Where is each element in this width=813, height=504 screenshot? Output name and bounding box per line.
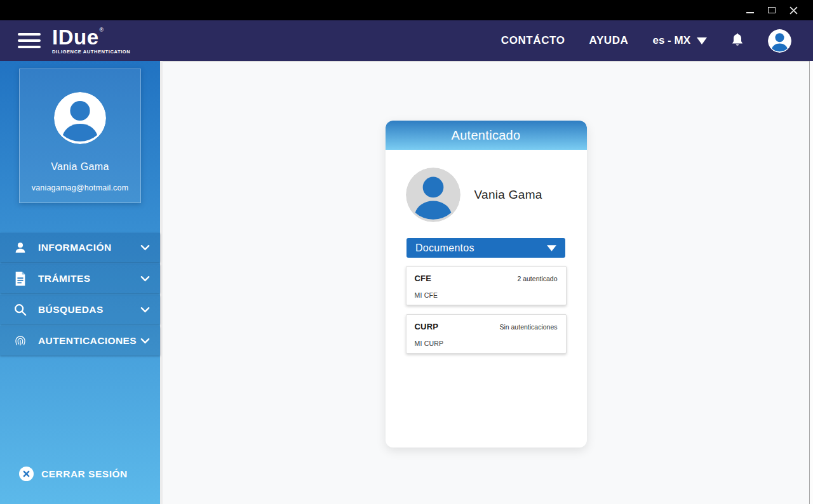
chevron-down-icon	[140, 338, 150, 344]
user-avatar-icon	[406, 168, 460, 222]
document-name: MI CFE	[415, 291, 558, 299]
user-avatar-icon	[54, 92, 106, 144]
logout-button[interactable]: CERRAR SESIÓN	[19, 467, 128, 481]
document-code: CFE	[415, 274, 432, 283]
chevron-down-icon	[140, 244, 150, 251]
sidebar-item-label: AUTENTICACIONES	[38, 335, 137, 347]
language-selector[interactable]: es - MX	[652, 34, 707, 47]
fingerprint-icon	[13, 334, 28, 348]
main-content: Autenticado Vania Gama Documentos	[163, 61, 809, 504]
documents-dropdown-label: Documentos	[415, 242, 474, 254]
document-code: CURP	[415, 322, 439, 331]
app-header: IDue ® DILIGENCE AUTHENTICATION CONTÁCTO…	[0, 20, 813, 61]
bell-icon	[731, 33, 744, 48]
sidebar-item-label: INFORMACIÓN	[38, 242, 111, 253]
maximize-button[interactable]	[761, 1, 783, 20]
brand-logo: IDue ® DILIGENCE AUTHENTICATION	[52, 27, 130, 55]
sidebar-profile-card: Vania Gama vaniagamag@hotmail.com	[19, 69, 141, 203]
notifications-button[interactable]	[731, 33, 744, 48]
chevron-down-icon	[140, 307, 150, 313]
sidebar-item-busquedas[interactable]: BÚSQUEDAS	[0, 295, 160, 324]
brand-tagline: DILIGENCE AUTHENTICATION	[52, 50, 130, 55]
document-status: 2 autenticado	[517, 275, 557, 282]
window-titlebar	[0, 0, 813, 20]
chevron-down-icon	[697, 37, 707, 44]
menu-button[interactable]	[18, 33, 41, 48]
registered-mark: ®	[100, 27, 104, 33]
document-item-curp[interactable]: CURP Sin autenticaciones MI CURP	[406, 314, 567, 354]
logout-label: CERRAR SESIÓN	[41, 468, 128, 480]
sidebar-item-autenticaciones[interactable]: AUTENTICACIONES	[0, 326, 160, 355]
search-icon	[13, 303, 28, 317]
card-title: Autenticado	[452, 128, 521, 143]
profile-name: Vania Gama	[51, 161, 109, 173]
document-item-cfe[interactable]: CFE 2 autenticado MI CFE	[406, 266, 567, 305]
card-user-name: Vania Gama	[474, 188, 542, 202]
minimize-button[interactable]	[739, 1, 761, 20]
sidebar-item-informacion[interactable]: INFORMACIÓN	[0, 233, 160, 262]
document-icon	[13, 272, 28, 286]
sidebar-item-label: TRÁMITES	[38, 273, 90, 284]
sidebar-item-tramites[interactable]: TRÁMITES	[0, 264, 160, 293]
brand-name: IDue	[52, 27, 99, 48]
language-value: es - MX	[652, 34, 690, 47]
sidebar-item-label: BÚSQUEDAS	[38, 304, 104, 315]
minimize-icon	[746, 12, 754, 13]
card-user-row: Vania Gama	[406, 168, 567, 222]
scrollbar[interactable]	[809, 61, 813, 504]
documents-dropdown[interactable]: Documentos	[406, 238, 565, 258]
user-avatar-icon	[768, 29, 791, 53]
nav-contacto[interactable]: CONTÁCTO	[501, 34, 565, 47]
sidebar: Vania Gama vaniagamag@hotmail.com INFORM…	[0, 61, 160, 504]
document-status: Sin autenticaciones	[499, 323, 557, 331]
sidebar-menu: INFORMACIÓN TRÁMITES BÚSQUEDAS	[0, 233, 160, 355]
authenticated-card: Autenticado Vania Gama Documentos	[386, 121, 587, 448]
profile-avatar-button[interactable]	[768, 29, 791, 53]
close-circle-icon	[19, 467, 34, 481]
profile-email: vaniagamag@hotmail.com	[32, 183, 129, 192]
close-icon	[789, 6, 798, 15]
person-icon	[13, 241, 28, 255]
card-title-bar: Autenticado	[386, 121, 587, 150]
chevron-down-icon	[547, 245, 556, 251]
card-avatar	[406, 168, 460, 222]
close-button[interactable]	[783, 1, 804, 20]
maximize-icon	[768, 7, 776, 13]
sidebar-avatar	[54, 92, 106, 144]
chevron-down-icon	[140, 275, 150, 282]
document-name: MI CURP	[415, 340, 558, 347]
nav-ayuda[interactable]: AYUDA	[589, 34, 629, 47]
